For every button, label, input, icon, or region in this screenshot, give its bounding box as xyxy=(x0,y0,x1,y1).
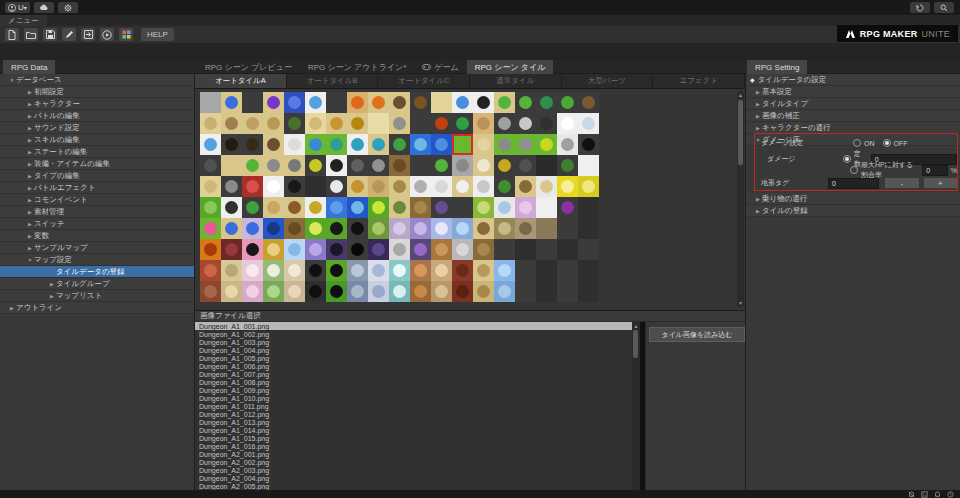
tile[interactable] xyxy=(494,176,515,197)
tile[interactable] xyxy=(494,281,515,302)
tile[interactable] xyxy=(263,281,284,302)
tile[interactable] xyxy=(305,239,326,260)
tile[interactable] xyxy=(326,176,347,197)
tile[interactable] xyxy=(557,92,578,113)
tile[interactable] xyxy=(326,281,347,302)
tile[interactable] xyxy=(410,155,431,176)
sidebar-item-19[interactable]: ▶アウトライン xyxy=(0,302,194,314)
tile[interactable] xyxy=(347,239,368,260)
chevron-right-icon[interactable]: ▶ xyxy=(26,161,34,167)
chevron-right-icon[interactable]: ▶ xyxy=(754,208,762,214)
tile[interactable] xyxy=(368,113,389,134)
tile[interactable] xyxy=(200,92,221,113)
tile[interactable] xyxy=(410,239,431,260)
chevron-right-icon[interactable]: ▶ xyxy=(26,221,34,227)
file-row-11[interactable]: Dungeon_A1_012.png xyxy=(195,410,632,418)
selected-tile[interactable] xyxy=(452,134,473,155)
chevron-right-icon[interactable]: ▶ xyxy=(48,293,56,299)
file-row-10[interactable]: Dungeon_A1_011.png xyxy=(195,402,632,410)
tile[interactable] xyxy=(515,113,536,134)
file-row-0[interactable]: Dungeon_A1_001.png xyxy=(195,322,632,330)
settings-button[interactable] xyxy=(58,2,78,13)
open-project-button[interactable] xyxy=(24,28,38,41)
tile[interactable] xyxy=(452,218,473,239)
chevron-right-icon[interactable]: ▶ xyxy=(48,281,56,287)
tile[interactable] xyxy=(263,92,284,113)
file-row-12[interactable]: Dungeon_A1_013.png xyxy=(195,418,632,426)
tile[interactable] xyxy=(368,197,389,218)
tile[interactable] xyxy=(347,176,368,197)
palette-scrollbar[interactable]: ▲ ▼ xyxy=(737,91,744,307)
tile[interactable] xyxy=(515,218,536,239)
tile[interactable] xyxy=(347,281,368,302)
tile[interactable] xyxy=(431,281,452,302)
tile[interactable] xyxy=(473,260,494,281)
file-row-15[interactable]: Dungeon_A1_016.png xyxy=(195,442,632,450)
tile[interactable] xyxy=(557,134,578,155)
chevron-right-icon[interactable]: ▶ xyxy=(754,125,762,131)
tile[interactable] xyxy=(578,281,599,302)
tile[interactable] xyxy=(221,92,242,113)
tile[interactable] xyxy=(578,155,599,176)
file-row-13[interactable]: Dungeon_A1_014.png xyxy=(195,426,632,434)
tile[interactable] xyxy=(578,176,599,197)
tile[interactable] xyxy=(326,239,347,260)
tile[interactable] xyxy=(557,155,578,176)
tile[interactable] xyxy=(452,176,473,197)
tile[interactable] xyxy=(242,92,263,113)
tile[interactable] xyxy=(452,281,473,302)
tile[interactable] xyxy=(263,113,284,134)
tile[interactable] xyxy=(305,281,326,302)
status-icon-3[interactable] xyxy=(934,491,941,498)
tile[interactable] xyxy=(200,176,221,197)
chevron-right-icon[interactable]: ▶ xyxy=(8,305,16,311)
terrain-minus-button[interactable]: - xyxy=(885,178,918,188)
tile[interactable] xyxy=(473,155,494,176)
tile[interactable] xyxy=(263,197,284,218)
file-row-19[interactable]: Dungeon_A2_004.png xyxy=(195,474,632,482)
new-project-button[interactable] xyxy=(5,28,19,41)
image-tool-button[interactable] xyxy=(119,28,133,41)
tile[interactable] xyxy=(578,239,599,260)
terrain-tag-field[interactable]: 0 xyxy=(828,178,879,189)
tile[interactable] xyxy=(284,218,305,239)
subtab-1[interactable]: オートタイルB xyxy=(287,74,379,88)
tile[interactable] xyxy=(242,281,263,302)
tile[interactable] xyxy=(452,260,473,281)
tile[interactable] xyxy=(263,176,284,197)
chevron-right-icon[interactable]: ▶ xyxy=(26,185,34,191)
tile[interactable] xyxy=(242,239,263,260)
tile[interactable] xyxy=(452,155,473,176)
status-icon-4[interactable] xyxy=(947,491,954,498)
tile[interactable] xyxy=(536,176,557,197)
tile[interactable] xyxy=(305,134,326,155)
file-row-6[interactable]: Dungeon_A1_007.png xyxy=(195,370,632,378)
file-row-18[interactable]: Dungeon_A2_003.png xyxy=(195,466,632,474)
tile[interactable] xyxy=(515,260,536,281)
tile[interactable] xyxy=(200,134,221,155)
tile[interactable] xyxy=(473,197,494,218)
sidebar-item-13[interactable]: ▶変数 xyxy=(0,230,194,242)
status-icon-1[interactable] xyxy=(908,491,915,498)
tile[interactable] xyxy=(284,197,305,218)
sidebar-item-8[interactable]: ▶タイプの編集 xyxy=(0,170,194,182)
tile[interactable] xyxy=(557,239,578,260)
tile[interactable] xyxy=(284,92,305,113)
tile[interactable] xyxy=(263,155,284,176)
tile[interactable] xyxy=(200,281,221,302)
tile[interactable] xyxy=(326,260,347,281)
damage-off-radio[interactable] xyxy=(883,139,891,147)
tile[interactable] xyxy=(431,260,452,281)
tile[interactable] xyxy=(494,197,515,218)
file-row-9[interactable]: Dungeon_A1_010.png xyxy=(195,394,632,402)
sidebar-item-5[interactable]: ▶スキルの編集 xyxy=(0,134,194,146)
tile[interactable] xyxy=(347,113,368,134)
tile[interactable] xyxy=(389,218,410,239)
tile[interactable] xyxy=(578,134,599,155)
tile[interactable] xyxy=(515,92,536,113)
tile[interactable] xyxy=(494,155,515,176)
edit-button[interactable] xyxy=(62,28,76,41)
tile[interactable] xyxy=(326,218,347,239)
chevron-down-icon[interactable]: ▼ xyxy=(26,257,34,263)
tile[interactable] xyxy=(284,176,305,197)
